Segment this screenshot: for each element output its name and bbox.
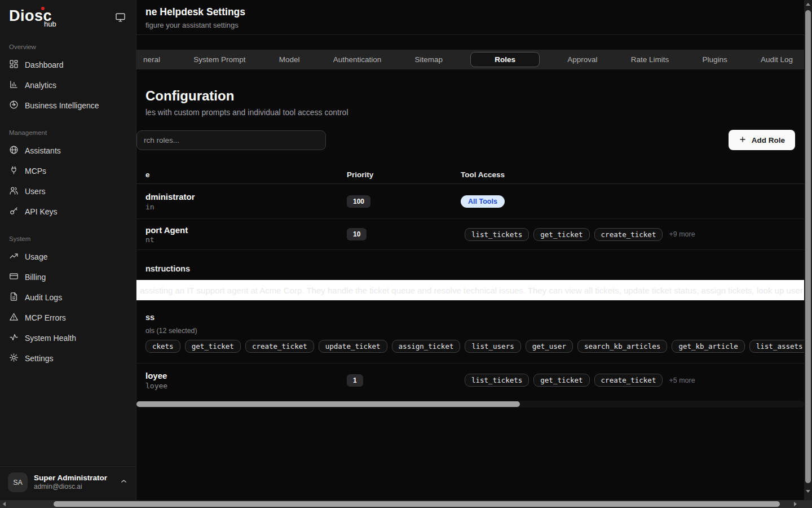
sidebar-item-label: Audit Logs — [25, 293, 62, 302]
sidebar-item-audit-logs[interactable]: Audit Logs — [0, 287, 136, 308]
sidebar: Diosc hub Overview Dashboard Analytics — [0, 0, 136, 500]
tool-badge: create_ticket — [594, 374, 663, 387]
tab-system-prompt[interactable]: System Prompt — [188, 53, 251, 66]
logo-sub-text: hub — [44, 20, 56, 28]
user-email: admin@diosc.ai — [34, 483, 113, 491]
tool-badge[interactable]: ckets — [145, 340, 180, 353]
table-scrollbar-thumb[interactable] — [136, 401, 520, 407]
brain-icon — [9, 100, 19, 111]
tool-badge[interactable]: get_kb_article — [672, 340, 744, 353]
vertical-scrollbar-thumb[interactable] — [805, 10, 811, 483]
tab-model[interactable]: Model — [273, 53, 306, 66]
tool-badge[interactable]: list_users — [465, 340, 520, 353]
sidebar-item-system-health[interactable]: System Health — [0, 328, 136, 348]
sidebar-item-mcp-errors[interactable]: MCP Errors — [0, 308, 136, 328]
tool-badge[interactable]: update_ticket — [319, 340, 387, 353]
scroll-down-arrow[interactable] — [806, 490, 810, 493]
tool-badge: get_ticket — [533, 374, 589, 387]
tool-badge[interactable]: get_ticket — [185, 340, 241, 353]
add-role-button[interactable]: Add Role — [729, 130, 795, 150]
tool-badge: list_tickets — [465, 374, 529, 387]
sidebar-item-label: Business Intelligence — [25, 101, 99, 110]
sidebar-item-analytics[interactable]: Analytics — [0, 75, 136, 95]
table-row-support-agent[interactable]: port Agent nt 10 list_tickets get_ticket… — [136, 219, 804, 250]
dashboard-icon — [9, 59, 19, 71]
expanded-role-editor: nstructions assisting an IT support agen… — [136, 264, 804, 353]
monitor-icon[interactable] — [115, 12, 126, 25]
sidebar-item-dashboard[interactable]: Dashboard — [0, 55, 136, 75]
app-logo: Diosc hub — [9, 8, 56, 28]
search-roles-input[interactable] — [136, 130, 326, 150]
horizontal-scrollbar-thumb[interactable] — [54, 501, 780, 507]
sidebar-item-label: Assistants — [25, 146, 61, 155]
tab-sitemap[interactable]: Sitemap — [409, 53, 448, 66]
table-row-employee[interactable]: loyee loyee 1 list_tickets get_ticket cr… — [136, 363, 804, 397]
tool-badge: list_tickets — [465, 228, 529, 241]
sidebar-item-business-intelligence[interactable]: Business Intelligence — [0, 95, 136, 116]
priority-badge: 1 — [347, 374, 363, 387]
tab-approval[interactable]: Approval — [562, 53, 603, 66]
sidebar-item-settings[interactable]: Settings — [0, 348, 136, 369]
selected-tools-note: ols (12 selected) — [145, 327, 804, 335]
gear-icon — [9, 353, 19, 364]
nav-section-system: System — [0, 235, 136, 242]
instructions-label: nstructions — [145, 264, 804, 273]
role-slug: nt — [145, 235, 347, 244]
tab-roles[interactable]: Roles — [470, 52, 540, 67]
column-header-tool-access: Tool Access — [461, 170, 804, 179]
chevron-up-icon — [120, 477, 128, 488]
sidebar-item-label: Settings — [25, 354, 54, 363]
more-tools-note: +5 more — [669, 376, 695, 384]
tool-badge[interactable]: assign_ticket — [392, 340, 461, 353]
all-tools-badge: All Tools — [461, 195, 505, 208]
role-name: dministrator — [145, 191, 347, 203]
sidebar-item-users[interactable]: Users — [0, 181, 136, 202]
sidebar-item-billing[interactable]: Billing — [0, 267, 136, 287]
nav-section-overview: Overview — [0, 43, 136, 50]
scroll-left-arrow[interactable] — [3, 502, 6, 506]
sidebar-item-mcps[interactable]: MCPs — [0, 161, 136, 181]
add-role-label: Add Role — [752, 136, 785, 144]
sidebar-item-label: Usage — [25, 252, 47, 261]
tab-general[interactable]: neral — [138, 53, 166, 66]
nav-section-management: Management — [0, 129, 136, 136]
credit-card-icon — [9, 271, 19, 283]
tool-badge: create_ticket — [594, 228, 663, 241]
roles-section-title: Configuration — [145, 88, 804, 104]
roles-toolbar: Add Role — [136, 130, 804, 150]
scroll-right-arrow[interactable] — [794, 502, 797, 506]
scroll-up-arrow[interactable] — [806, 3, 810, 6]
sidebar-nav: Overview Dashboard Analytics Business In… — [0, 43, 136, 382]
avatar: SA — [8, 472, 28, 492]
page-header: ne Helpdesk Settings figure your assista… — [136, 0, 804, 35]
tool-badge[interactable]: create_ticket — [245, 340, 314, 353]
sidebar-item-label: System Health — [25, 334, 76, 343]
tab-audit-log[interactable]: Audit Log — [755, 53, 798, 66]
priority-badge: 10 — [347, 228, 367, 240]
vertical-scrollbar[interactable] — [804, 0, 812, 500]
activity-icon — [9, 332, 19, 344]
file-text-icon — [9, 292, 19, 303]
sidebar-item-label: Analytics — [25, 81, 56, 90]
horizontal-scrollbar[interactable] — [0, 500, 812, 508]
bar-chart-icon — [9, 80, 19, 91]
sidebar-item-usage[interactable]: Usage — [0, 247, 136, 267]
instructions-textarea[interactable]: assisting an IT support agent at Acme Co… — [136, 280, 804, 300]
app-window: Diosc hub Overview Dashboard Analytics — [0, 0, 812, 508]
priority-badge: 100 — [347, 195, 370, 208]
sidebar-item-api-keys[interactable]: API Keys — [0, 202, 136, 222]
settings-tabbar: neral System Prompt Model Authentication… — [136, 50, 804, 69]
tool-badge[interactable]: list_assets — [749, 340, 804, 353]
sidebar-item-assistants[interactable]: Assistants — [0, 141, 136, 161]
tool-badge[interactable]: search_kb_articles — [577, 340, 667, 353]
table-horizontal-scrollbar[interactable] — [136, 401, 804, 408]
table-row-administrator[interactable]: dministrator in 100 All Tools — [136, 184, 804, 219]
tab-authentication[interactable]: Authentication — [328, 53, 387, 66]
selected-tools-list: ckets get_ticket create_ticket update_ti… — [145, 340, 804, 353]
tab-plugins[interactable]: Plugins — [696, 53, 732, 66]
tool-badge[interactable]: get_user — [526, 340, 573, 353]
tab-rate-limits[interactable]: Rate Limits — [625, 53, 675, 66]
role-name: loyee — [145, 370, 347, 382]
user-menu[interactable]: SA Super Administrator admin@diosc.ai — [0, 466, 136, 500]
role-name: port Agent — [145, 225, 347, 236]
